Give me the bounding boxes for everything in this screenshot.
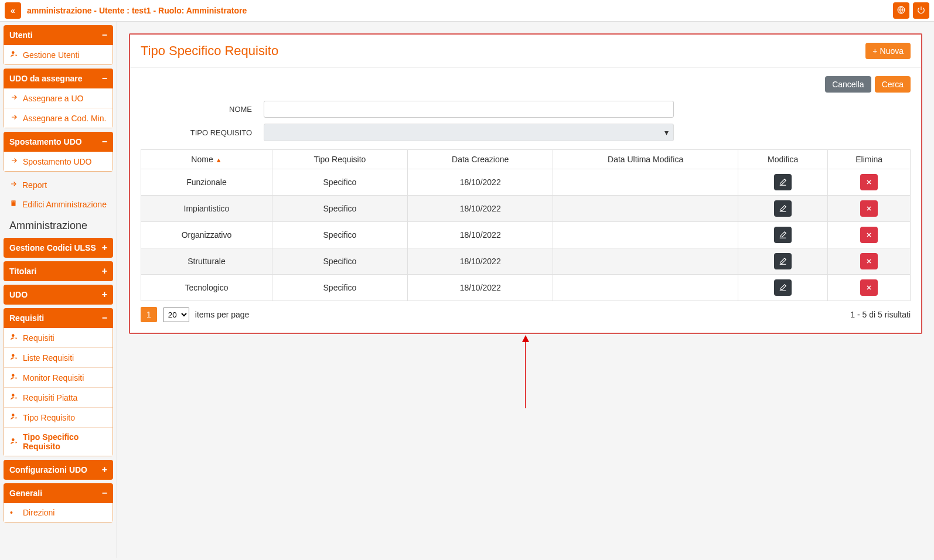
collapse-sidebar-button[interactable]: « [5,2,21,19]
sidebar-item[interactable]: Tipo Specifico Requisito [4,427,113,456]
toggle-icon: − [102,73,107,84]
building-icon [9,199,18,209]
sort-asc-icon: ▲ [216,156,222,163]
sidebar-item[interactable]: Monitor Requisiti [4,367,113,387]
cell-nome: Funzionale [141,169,272,196]
user-edit-icon [10,333,18,343]
page-number[interactable]: 1 [141,307,157,322]
sidebar-group-header[interactable]: Gestione Codici ULSS+ [4,238,113,258]
nome-input[interactable] [264,101,674,118]
column-header[interactable]: Nome▲ [141,150,272,169]
cell-tipo: Specifico [272,169,407,196]
sidebar-group-header[interactable]: Utenti− [4,25,113,45]
toggle-icon: − [102,30,107,40]
card-title: Tipo Specifico Requisito [141,43,278,59]
cell-nome: Tecnologico [141,275,272,301]
edit-button[interactable] [774,227,792,243]
topbar: « amministrazione - Utente : test1 - Ruo… [0,0,934,22]
cell-ultima-modifica [553,169,738,196]
delete-button[interactable] [860,174,878,190]
edit-button[interactable] [774,279,792,296]
sidebar-item[interactable]: Requisiti Piatta [4,387,113,407]
column-header[interactable]: Modifica [738,150,828,169]
sidebar-item-label: Monitor Requisiti [23,373,84,383]
power-icon [917,6,925,16]
edit-button[interactable] [774,174,792,190]
svg-rect-2 [12,200,16,206]
table-row: OrganizzativoSpecifico18/10/2022 [141,222,911,248]
svg-point-6 [12,354,15,357]
tipo-requisito-select[interactable]: ▾ [264,124,674,141]
sidebar-item[interactable]: Assegnare a Cod. Min. [4,108,113,128]
column-header[interactable]: Data Creazione [407,150,553,169]
cell-ultima-modifica [553,196,738,222]
per-page-select[interactable]: 20 [163,308,189,322]
cell-creazione: 18/10/2022 [407,222,553,248]
table-row: ImpiantisticoSpecifico18/10/2022 [141,196,911,222]
delete-button[interactable] [860,200,878,217]
cell-tipo: Specifico [272,275,407,301]
sidebar-group-header[interactable]: Configurazioni UDO+ [4,460,113,480]
arrow-icon [10,113,18,123]
table-row: FunzionaleSpecifico18/10/2022 [141,169,911,196]
sidebar-item-label: Requisiti [23,333,54,343]
column-header[interactable]: Elimina [828,150,911,169]
sidebar-item[interactable]: Edifici Amministrazione [4,194,113,214]
delete-button[interactable] [860,279,878,296]
cell-nome: Impiantistico [141,196,272,222]
column-header[interactable]: Tipo Requisito [272,150,407,169]
edit-button[interactable] [774,200,792,217]
cell-nome: Strutturale [141,248,272,275]
nome-label: NOME [141,105,264,114]
sidebar-item-label: Liste Requisiti [23,353,74,363]
sidebar-item[interactable]: Report [4,175,113,194]
user-edit-icon [10,50,18,60]
toggle-icon: + [102,266,107,276]
per-page-label: items per page [195,310,250,319]
sidebar-item[interactable]: Requisiti [4,328,113,347]
delete-button[interactable] [860,253,878,269]
sidebar-item-label: Tipo Specifico Requisito [23,432,107,451]
sidebar-item[interactable]: Spostamento UDO [4,152,113,171]
user-edit-icon [10,353,18,363]
new-button[interactable]: + Nuova [865,43,911,59]
user-edit-icon [10,373,18,383]
column-header[interactable]: Data Ultima Modifica [553,150,738,169]
user-edit-icon [10,437,18,447]
delete-button[interactable] [860,227,878,243]
cancel-button[interactable]: Cancella [825,76,871,93]
sidebar-group-header[interactable]: Spostamento UDO− [4,132,113,152]
sidebar: Utenti−Gestione UtentiUDO da assegnare−A… [0,22,117,558]
sidebar-item-label: Assegnare a Cod. Min. [23,114,106,123]
sidebar-group-header[interactable]: UDO da assegnare− [4,69,113,88]
sidebar-group-header[interactable]: UDO+ [4,285,113,305]
sidebar-item-label: Tipo Requisito [23,413,75,422]
svg-marker-12 [522,335,529,342]
pager: 1 20 items per page 1 - 5 di 5 risultati [141,301,911,325]
globe-button[interactable] [893,2,909,19]
sidebar-item-label: Report [22,180,47,190]
globe-icon [897,6,905,16]
sidebar-group-header[interactable]: Titolari+ [4,261,113,281]
sidebar-item[interactable]: Tipo Requisito [4,407,113,427]
sidebar-item[interactable]: •Direzioni [4,503,113,522]
sidebar-group-header[interactable]: Requisiti− [4,308,113,328]
search-button[interactable]: Cerca [875,76,911,93]
results-table: Nome▲Tipo RequisitoData CreazioneData Ul… [141,149,911,301]
tipo-requisito-label: TIPO REQUISITO [141,128,264,137]
svg-point-5 [12,334,15,337]
sidebar-item[interactable]: Gestione Utenti [4,45,113,64]
edit-button[interactable] [774,253,792,269]
form-actions: Cancella Cerca [141,76,911,93]
svg-point-1 [12,51,15,54]
cell-ultima-modifica [553,275,738,301]
sidebar-item[interactable]: Liste Requisiti [4,347,113,367]
dot-icon: • [10,508,18,517]
logout-button[interactable] [913,2,929,19]
svg-point-8 [12,394,15,397]
toggle-icon: − [102,136,107,147]
sidebar-group-header[interactable]: Generali− [4,483,113,503]
sidebar-item[interactable]: Assegnare a UO [4,88,113,108]
chevron-left-icon: « [11,6,15,15]
svg-point-9 [12,414,15,416]
